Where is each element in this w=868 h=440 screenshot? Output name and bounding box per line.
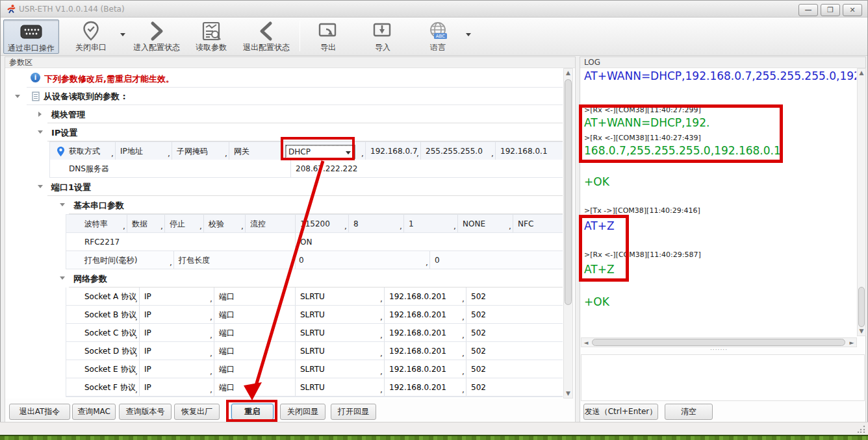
toolbar-button-read-params[interactable]: 读取参数 [189,19,233,54]
log-output[interactable]: AT+WANN=DHCP,192.168.0.7,255.255.255.0,1… [581,68,856,336]
toolbar-button-export[interactable]: 导出 [306,19,350,54]
field-value[interactable]: 208.67.222.222 [296,164,357,173]
socket-row: Socket F 协议 IP 端口 SLRTU 192.168.0.201 50… [66,378,563,397]
expand-icon[interactable] [38,112,42,117]
dhcp-mode-combobox[interactable]: DHCP [285,145,355,159]
scroll-down-icon[interactable]: ▼ [564,391,572,397]
socket-ip-value[interactable]: 192.168.0.201 [389,292,446,301]
socket-port-value[interactable]: 502 [471,383,486,392]
packing-row: 打包时间(毫秒) 打包长度 0 0 [66,251,563,269]
socket-port-value[interactable]: 502 [471,292,486,301]
open-echo-button[interactable]: 打开回显 [331,404,376,420]
field-value[interactable]: 192.168.0.1 [500,147,548,156]
tree-root-row[interactable]: 从设备读取到的参数 : [27,88,563,105]
field-value[interactable]: NONE [463,219,485,228]
query-version-button[interactable]: 查询版本号 [119,404,172,420]
field-value[interactable]: NFC [518,219,533,228]
close-serial-dropdown-icon[interactable] [120,33,125,36]
socket-port-value[interactable]: 502 [471,365,486,374]
chevron-right-icon [149,21,164,42]
toolbar-button-exit-config[interactable]: 退出配置状态 [238,19,294,54]
socket-rows: Socket A 协议 IP 端口 SLRTU 192.168.0.201 50… [66,287,563,397]
field-label: 获取方式 [69,145,100,156]
clear-button[interactable]: 清空 [665,404,713,420]
grid-scrollbar-thumb[interactable] [565,79,572,305]
field-value[interactable]: ON [300,238,312,247]
close-echo-button[interactable]: 关闭回显 [280,404,326,420]
socket-proto-value[interactable]: SLRTU [300,365,325,374]
field-value[interactable]: 1 [409,219,414,228]
exit-at-button[interactable]: 退出AT指令 [9,404,70,420]
chevron-left-icon [259,21,274,42]
scroll-up-icon[interactable]: ▲ [858,70,865,76]
field-value[interactable]: 0 [299,256,304,265]
socket-proto-value[interactable]: SLRTU [300,292,325,301]
log-line: 168.0.7,255.255.255.0,192.168.0.1 [584,144,856,158]
expand-icon[interactable] [60,276,65,280]
socket-proto-value[interactable]: SLRTU [300,328,325,337]
section-basic-serial[interactable]: 基本串口参数 [69,196,563,214]
field-value[interactable]: 255.255.255.0 [426,147,483,156]
field-label: 波特率 [84,218,108,229]
socket-ip-value[interactable]: 192.168.0.201 [389,383,446,392]
scroll-right-icon[interactable]: ► [849,340,855,346]
scroll-left-icon[interactable]: ◄ [583,340,589,346]
resize-grip[interactable] [858,425,865,433]
log-line: >[Rx <-][COM38][11:40:29:587] [584,251,856,260]
socket-port-label: 端口 [219,363,235,374]
toolbar-button-language[interactable]: ABC 语言 [416,19,459,54]
log-lines: AT+WANN=DHCP,192.168.0.7,255.255.255.0,1… [584,68,856,310]
toolbar-button-import[interactable]: 导入 [361,19,405,54]
socket-proto-value[interactable]: SLRTU [300,310,325,319]
socket-proto-value[interactable]: SLRTU [300,383,325,392]
section-port1-settings[interactable]: 端口1设置 [47,178,563,196]
factory-reset-button[interactable]: 恢复出厂 [174,404,220,420]
socket-ip-value[interactable]: 192.168.0.201 [389,310,446,319]
send-input[interactable] [581,354,865,401]
field-value[interactable]: 192.168.0.7 [370,147,418,156]
scroll-up-icon[interactable]: ▲ [564,70,572,76]
toolbar: 通过串口操作 关闭串口 进入配置状态 读取参数 [1,18,867,56]
maximize-button[interactable]: ❐ [821,4,840,16]
section-label: 网络参数 [73,273,107,285]
socket-port-value[interactable]: 502 [471,328,486,337]
scroll-down-icon[interactable]: ▼ [858,328,865,334]
query-mac-button[interactable]: 查询MAC [72,404,116,420]
section-module-management[interactable]: 模块管理 [47,105,563,123]
log-hscrollbar-thumb[interactable] [592,339,845,346]
toolbar-label: 导出 [306,42,350,53]
socket-ip-value[interactable]: 192.168.0.201 [389,347,446,356]
field-label: 停止 [170,218,185,229]
language-dropdown-icon[interactable] [466,33,471,36]
close-button[interactable]: ✕ [843,4,862,16]
minimize-button[interactable]: — [798,4,818,16]
socket-ip-value[interactable]: 192.168.0.201 [389,365,446,374]
field-value[interactable]: 115200 [300,219,330,228]
send-button[interactable]: 发送（Ctrl+Enter） [583,404,658,420]
socket-port-value[interactable]: 502 [471,347,486,356]
svg-text:ABC: ABC [436,34,445,39]
log-vertical-scrollbar[interactable]: ▲ ▼ [857,68,866,336]
grid-vertical-scrollbar[interactable]: ▲ ▼ [563,68,573,398]
field-value[interactable]: 0 [435,256,440,265]
log-horizontal-scrollbar[interactable]: ◄ ► [581,337,857,347]
socket-proto-value[interactable]: SLRTU [300,347,325,356]
rfc2217-row: RFC2217 ON [66,233,563,251]
section-ip-settings[interactable]: IP设置 [47,123,563,141]
socket-ip-label: IP [144,383,151,392]
expand-icon[interactable] [15,95,20,98]
socket-port-value[interactable]: 502 [471,310,486,319]
socket-ip-value[interactable]: 192.168.0.201 [389,328,446,337]
toolbar-button-close-serial[interactable]: 关闭串口 [66,19,116,54]
section-network-params[interactable]: 网络参数 [69,269,563,287]
splitter-handle[interactable]: ······· [710,348,734,352]
socket-ip-label: IP [144,310,151,319]
expand-icon[interactable] [60,203,65,206]
reboot-button[interactable]: 重启 [231,404,274,420]
field-value[interactable]: 8 [353,219,359,228]
log-scrollbar-thumb[interactable] [858,287,865,327]
expand-icon[interactable] [38,185,43,188]
expand-icon[interactable] [38,130,43,134]
toolbar-button-enter-config[interactable]: 进入配置状态 [129,19,184,54]
toolbar-button-serial-operate[interactable]: 通过串口操作 [3,19,59,54]
